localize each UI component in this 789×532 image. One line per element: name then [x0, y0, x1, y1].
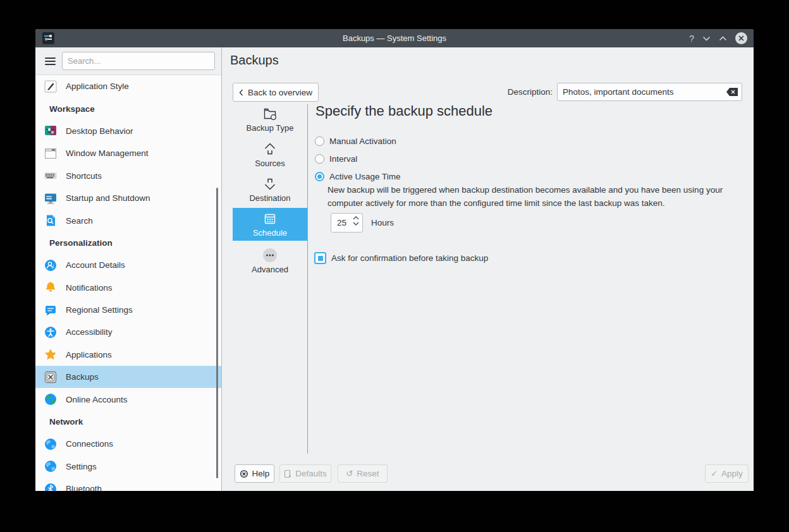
hours-unit-label: Hours [371, 218, 394, 227]
tab-sources[interactable]: Sources [233, 138, 307, 171]
sidebar-section-workspace: Workspace [35, 97, 221, 119]
hours-row: 25 Hours [331, 213, 394, 233]
tab-advanced[interactable]: Advanced [233, 245, 307, 277]
description-row: Description: [508, 83, 742, 101]
active-usage-note: New backup will be triggered when backup… [327, 184, 743, 210]
hours-spinbox[interactable]: 25 [331, 213, 363, 233]
desktop-background: Backups — System Settings ? [0, 0, 789, 532]
window-management-icon [43, 146, 58, 161]
radio-row-manual-activation[interactable]: Manual Activation [315, 135, 396, 147]
system-settings-window: Backups — System Settings ? [35, 29, 754, 491]
defaults-icon [284, 469, 291, 478]
sidebar-section-network: Network [35, 411, 221, 433]
description-label: Description: [508, 87, 553, 97]
startup-shutdown-icon [43, 191, 58, 206]
page-title: Backups [230, 53, 279, 68]
backups-icon [43, 370, 58, 385]
reset-button: ↺ Reset [338, 464, 388, 483]
sidebar-item-notifications[interactable]: Notifications [35, 277, 221, 299]
apply-check-icon: ✓ [711, 469, 718, 478]
confirm-checkbox-row[interactable]: Ask for confirmation before taking backu… [314, 252, 488, 264]
sidebar-item-startup-shutdown[interactable]: Startup and Shutdown [35, 187, 221, 209]
online-accounts-icon [43, 392, 58, 407]
help-icon [240, 469, 248, 478]
sidebar-item-regional-settings[interactable]: Regional Settings [35, 299, 221, 321]
tab-backup-type[interactable]: Backup Type [233, 103, 307, 136]
notifications-icon [43, 280, 58, 295]
search-icon [43, 213, 58, 228]
apply-button: ✓ Apply [705, 464, 749, 483]
spin-down-icon[interactable] [353, 222, 359, 226]
radio-unchecked-icon[interactable] [315, 136, 324, 146]
hamburger-menu-icon[interactable] [45, 57, 56, 65]
close-icon[interactable] [735, 32, 747, 44]
minimize-icon[interactable] [702, 36, 711, 41]
content-heading: Specify the backup schedule [315, 103, 492, 119]
destination-icon [262, 176, 278, 191]
radio-row-interval[interactable]: Interval [315, 153, 357, 164]
schedule-icon [262, 211, 278, 226]
description-input[interactable] [557, 83, 742, 101]
sidebar-item-connections[interactable]: Connections [35, 433, 221, 455]
tab-destination[interactable]: Destination [233, 173, 307, 206]
reset-icon: ↺ [346, 469, 353, 478]
tab-schedule[interactable]: Schedule [233, 208, 307, 241]
advanced-icon [262, 248, 278, 263]
help-button[interactable]: Help [235, 464, 274, 483]
titlebar-help-icon[interactable]: ? [689, 34, 694, 43]
window-title: Backups — System Settings [35, 33, 754, 43]
radio-checked-icon[interactable] [315, 172, 324, 181]
app-icon [42, 32, 54, 44]
sidebar-item-application-style[interactable]: Application Style [35, 75, 221, 97]
sidebar-item-applications[interactable]: Applications [35, 344, 221, 366]
chevron-left-icon [239, 89, 243, 96]
bluetooth-icon [43, 481, 58, 491]
back-to-overview-button[interactable]: Back to overview [233, 83, 319, 102]
sidebar-item-backups[interactable]: Backups [35, 366, 221, 388]
network-settings-icon [43, 459, 58, 474]
sidebar-item-search[interactable]: Search [35, 209, 221, 231]
nav-separator [307, 104, 308, 454]
connections-icon [43, 437, 58, 452]
radio-unchecked-icon[interactable] [315, 154, 324, 164]
maximize-icon[interactable] [719, 36, 727, 41]
sidebar-item-account-details[interactable]: Account Details [35, 254, 221, 276]
sidebar-item-network-settings[interactable]: Settings [35, 456, 221, 478]
sidebar-item-online-accounts[interactable]: Online Accounts [35, 388, 221, 410]
account-details-icon [43, 258, 58, 273]
application-style-icon [43, 79, 58, 94]
spin-up-icon[interactable] [353, 216, 359, 220]
desktop-behavior-icon [43, 123, 58, 138]
sidebar-item-window-management[interactable]: Window Management [35, 142, 221, 164]
backup-type-icon [262, 106, 278, 121]
checkbox-checked-icon[interactable] [314, 252, 326, 264]
sidebar-item-bluetooth[interactable]: Bluetooth [35, 478, 221, 491]
accessibility-icon [43, 325, 58, 340]
sidebar-section-personalization: Personalization [35, 232, 221, 254]
sidebar-item-desktop-behavior[interactable]: Desktop Behavior [35, 120, 221, 142]
hours-value: 25 [337, 218, 346, 227]
sidebar-scrollbar[interactable] [216, 188, 218, 478]
sidebar-toolbar [35, 47, 221, 75]
search-input[interactable] [62, 52, 215, 70]
sidebar-item-accessibility[interactable]: Accessibility [35, 321, 221, 343]
sidebar: Application Style Workspace Desktop Beha… [35, 47, 222, 491]
radio-row-active-usage-time[interactable]: Active Usage Time [315, 171, 401, 182]
defaults-button: Defaults [279, 464, 331, 483]
shortcuts-icon [43, 168, 58, 183]
titlebar[interactable]: Backups — System Settings ? [35, 29, 754, 47]
main-panel: Backups Back to overview Description: [222, 47, 754, 491]
sidebar-list: Application Style Workspace Desktop Beha… [35, 75, 221, 491]
applications-icon [43, 347, 58, 362]
sidebar-item-shortcuts[interactable]: Shortcuts [35, 165, 221, 187]
regional-settings-icon [43, 303, 58, 318]
sources-icon [262, 142, 278, 157]
